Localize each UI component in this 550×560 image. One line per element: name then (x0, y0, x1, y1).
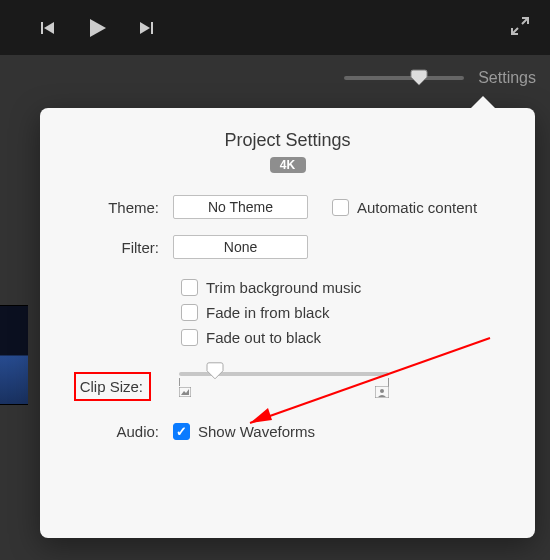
svg-marker-10 (250, 408, 272, 423)
clip-size-row: Clip Size: (68, 372, 507, 401)
trim-music-label: Trim background music (206, 279, 361, 296)
trim-music-checkbox[interactable] (181, 279, 198, 296)
fade-in-label: Fade in from black (206, 304, 329, 321)
audio-row: Audio: Show Waveforms (68, 423, 507, 440)
project-settings-popover: Project Settings 4K Theme: No Theme Auto… (40, 108, 535, 538)
content-area: Project Settings 4K Theme: No Theme Auto… (0, 100, 550, 560)
annotation-highlight-box: Clip Size: (74, 372, 151, 401)
filter-row: Filter: None (68, 235, 507, 259)
svg-marker-4 (140, 22, 150, 34)
svg-marker-2 (90, 19, 106, 37)
zoom-slider[interactable] (344, 76, 464, 80)
next-icon[interactable] (138, 17, 154, 39)
theme-label: Theme: (68, 199, 173, 216)
playback-controls (20, 17, 154, 39)
thumb-small-icon (179, 386, 191, 401)
svg-rect-3 (151, 22, 153, 34)
popover-title: Project Settings (68, 130, 507, 151)
playback-toolbar (0, 0, 550, 55)
svg-marker-6 (181, 389, 189, 395)
fade-out-checkbox[interactable] (181, 329, 198, 346)
filter-select[interactable]: None (173, 235, 308, 259)
resolution-badge: 4K (270, 157, 306, 173)
clip-size-label: Clip Size: (68, 378, 163, 395)
fade-out-label: Fade out to black (206, 329, 321, 346)
timeline-clip-preview (0, 305, 28, 405)
svg-point-8 (380, 389, 384, 393)
thumb-large-icon (375, 386, 389, 401)
zoom-slider-thumb[interactable] (410, 68, 428, 86)
svg-rect-0 (41, 22, 43, 34)
automatic-content-checkbox[interactable] (332, 199, 349, 216)
settings-bar: Settings (0, 55, 550, 100)
theme-row: Theme: No Theme Automatic content (68, 195, 507, 219)
clip-size-slider[interactable] (179, 372, 389, 376)
show-waveforms-checkbox[interactable] (173, 423, 190, 440)
prev-icon[interactable] (40, 17, 56, 39)
play-icon[interactable] (86, 17, 108, 39)
options-group: Trim background music Fade in from black… (68, 279, 507, 346)
theme-select[interactable]: No Theme (173, 195, 308, 219)
show-waveforms-label: Show Waveforms (198, 423, 315, 440)
filter-label: Filter: (68, 239, 173, 256)
svg-marker-1 (44, 22, 54, 34)
settings-button[interactable]: Settings (478, 69, 536, 87)
expand-icon[interactable] (510, 16, 530, 39)
fade-in-checkbox[interactable] (181, 304, 198, 321)
audio-label: Audio: (68, 423, 173, 440)
automatic-content-label: Automatic content (357, 199, 477, 216)
